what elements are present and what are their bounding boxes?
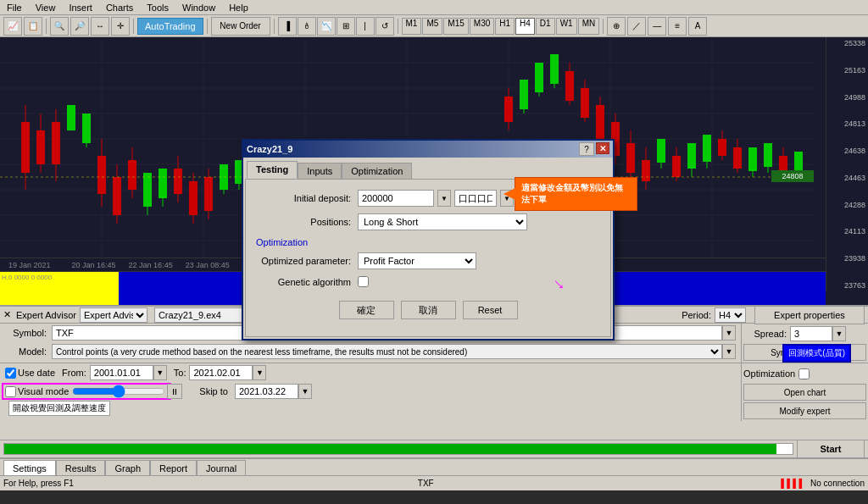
time-label-3: 22 Jan 16:45: [129, 261, 173, 269]
tf-m15[interactable]: M15: [443, 18, 468, 35]
zoom-out-btn[interactable]: 🔎: [70, 17, 89, 36]
visual-mode-checkbox[interactable]: [5, 386, 16, 397]
skip-to-input[interactable]: [235, 384, 298, 399]
dialog-close-btn[interactable]: ✕: [596, 142, 609, 154]
deposit-dropdown-btn[interactable]: ▼: [437, 190, 451, 207]
optimization-check-label: Optimization: [743, 368, 795, 379]
menu-help[interactable]: Help: [222, 3, 255, 13]
dialog-tab-inputs[interactable]: Inputs: [298, 163, 342, 179]
svg-rect-42: [204, 177, 213, 211]
progress-area: Start: [0, 440, 868, 458]
opt-param-label: Optimized parameter:: [256, 256, 358, 266]
tf-h4[interactable]: H4: [515, 18, 535, 35]
tf-w1[interactable]: W1: [556, 18, 577, 35]
deposit-input[interactable]: [358, 190, 434, 207]
tab-results[interactable]: Results: [56, 460, 106, 475]
progress-bar-fill: [4, 444, 776, 454]
genetic-checkbox[interactable]: [358, 276, 369, 287]
model-select[interactable]: Control points (a very crude method base…: [52, 344, 722, 359]
dialog-tab-optimization[interactable]: Optimization: [342, 163, 412, 179]
tab-graph[interactable]: Graph: [105, 460, 150, 475]
from-dropdown-btn[interactable]: ▼: [153, 365, 167, 380]
candle-icon[interactable]: 🕯: [298, 17, 316, 36]
to-dropdown-btn[interactable]: ▼: [253, 365, 266, 380]
new-order-btn[interactable]: New Order: [211, 17, 270, 36]
crosshair2-btn[interactable]: ⊕: [607, 17, 626, 36]
skip-to-dropdown-btn[interactable]: ▼: [298, 384, 312, 399]
ok-btn[interactable]: 確定: [339, 301, 394, 319]
pause-btn[interactable]: ⏸: [167, 384, 182, 399]
currency-input[interactable]: [454, 190, 497, 207]
indicators-btn[interactable]: ⊞: [337, 17, 355, 36]
symbol-row-label: Symbol:: [5, 328, 52, 338]
period-select[interactable]: H4: [715, 307, 746, 323]
svg-rect-34: [143, 173, 152, 207]
empty-area: [0, 421, 868, 440]
period-label: Period:: [682, 310, 711, 320]
time-label-4: 23 Jan 08:45: [186, 261, 230, 269]
start-btn[interactable]: Start: [797, 440, 865, 458]
speed-slider[interactable]: [72, 385, 165, 397]
to-input[interactable]: [189, 365, 253, 380]
autotrading-btn[interactable]: AutoTrading: [137, 18, 203, 35]
optimization-section: Optimization Optimized parameter: Profit…: [256, 237, 600, 287]
spread-input[interactable]: [790, 326, 832, 341]
bar-chart-icon[interactable]: ▐: [278, 17, 297, 36]
cancel-btn[interactable]: 取消: [401, 301, 456, 319]
deposit-row: Initial deposit: ▼ ▼ 適當修改金額及幣別以免無法下單: [256, 190, 600, 207]
dialog-help-btn[interactable]: ?: [579, 142, 594, 156]
tab-report[interactable]: Report: [150, 460, 197, 475]
price-label-10: 23763: [826, 281, 868, 290]
menu-file[interactable]: File: [0, 3, 29, 13]
zoom-in-btn[interactable]: 🔍: [50, 17, 69, 36]
line-tool-btn[interactable]: ／: [627, 17, 646, 36]
crosshair-btn[interactable]: ✛: [111, 17, 130, 36]
symbol-dropdown-btn[interactable]: ▼: [722, 325, 736, 341]
from-input[interactable]: [90, 365, 153, 380]
tf-m1[interactable]: M1: [402, 18, 422, 35]
model-dropdown-btn[interactable]: ▼: [722, 344, 736, 359]
fib-tool-btn[interactable]: ≡: [668, 17, 687, 36]
menu-view[interactable]: View: [29, 3, 63, 13]
opt-param-select[interactable]: Profit Factor: [358, 252, 476, 269]
svg-rect-22: [52, 122, 60, 164]
svg-rect-50: [520, 80, 528, 109]
modify-expert-btn[interactable]: Modify expert: [743, 402, 866, 419]
svg-rect-82: [764, 143, 772, 167]
model-annotation: 回測模式(品質): [782, 344, 851, 363]
menu-charts[interactable]: Charts: [99, 3, 140, 13]
positions-select[interactable]: Long & Short: [358, 213, 527, 230]
optimization-row: Optimization: [743, 365, 866, 382]
menu-tools[interactable]: Tools: [140, 3, 175, 13]
tf-m30[interactable]: M30: [470, 18, 494, 35]
tf-m5[interactable]: M5: [422, 18, 442, 35]
text-tool-btn[interactable]: A: [688, 17, 707, 36]
menu-window[interactable]: Window: [175, 3, 222, 13]
menu-insert[interactable]: Insert: [62, 3, 99, 13]
usedate-checkbox[interactable]: [5, 368, 16, 379]
dialog-tab-testing[interactable]: Testing: [247, 161, 298, 179]
panel-close-btn[interactable]: ✕: [3, 309, 11, 320]
reset-btn[interactable]: Reset: [463, 301, 518, 319]
template-btn[interactable]: 📋: [24, 17, 42, 36]
tf-h1[interactable]: H1: [495, 18, 515, 35]
svg-rect-68: [657, 139, 665, 163]
refresh-btn[interactable]: ↺: [376, 17, 394, 36]
hline-tool-btn[interactable]: —: [648, 17, 666, 36]
svg-rect-40: [189, 181, 198, 215]
expert-properties-btn[interactable]: Expert properties: [754, 306, 865, 324]
spread-dropdown-btn[interactable]: ▼: [832, 326, 846, 341]
svg-rect-36: [159, 169, 167, 198]
right-buttons-area: Optimization Open chart Modify expert: [741, 363, 868, 421]
svg-rect-20: [36, 130, 45, 164]
open-chart-btn[interactable]: Open chart: [743, 384, 866, 401]
ea-type-select[interactable]: Expert Advisor: [80, 307, 147, 323]
optimization-checkbox[interactable]: [798, 368, 810, 379]
tab-settings[interactable]: Settings: [3, 460, 56, 475]
tf-mn[interactable]: MN: [578, 18, 600, 35]
line-chart-icon[interactable]: 📉: [317, 17, 336, 36]
scroll-btn[interactable]: ↔: [91, 17, 109, 36]
tf-d1[interactable]: D1: [536, 18, 555, 35]
tab-journal[interactable]: Journal: [197, 460, 246, 475]
new-chart-btn[interactable]: 📈: [3, 17, 22, 36]
